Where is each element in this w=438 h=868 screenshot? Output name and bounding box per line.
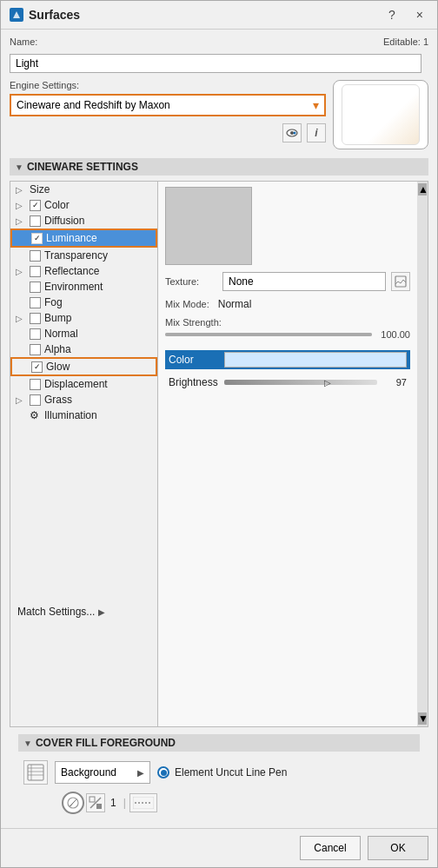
scrollbar-up-btn[interactable]: ▲: [418, 183, 427, 195]
help-button[interactable]: ?: [383, 6, 401, 23]
close-button[interactable]: ×: [411, 6, 428, 23]
cover-fill-collapse-arrow[interactable]: ▼: [23, 739, 32, 748]
tree-label-environment: Environment: [44, 281, 103, 293]
mix-strength-fill: [165, 333, 372, 336]
icon-row: i: [10, 123, 326, 142]
tree-item-color[interactable]: ▷ Color: [10, 197, 157, 213]
background-arrow: ▶: [137, 768, 144, 778]
pen-pattern-btn[interactable]: [129, 793, 157, 812]
tree-label-transparency: Transparency: [44, 249, 108, 262]
tree-arrow-environment: [16, 282, 26, 292]
color-swatch[interactable]: [224, 352, 407, 368]
tree-label-reflectance: Reflectance: [44, 265, 99, 277]
brightness-label: Brightness: [169, 376, 221, 388]
match-settings-arrow: ▶: [98, 607, 105, 617]
tree-arrow-grass: ▷: [16, 395, 26, 405]
tree-arrow-displacement: [16, 380, 26, 389]
name-input[interactable]: [10, 54, 421, 73]
tree-check-color[interactable]: [30, 200, 41, 211]
tree-item-transparency[interactable]: Transparency: [10, 248, 157, 263]
cover-fill-label: COVER FILL FOREGROUND: [36, 737, 176, 749]
match-settings-row: Match Settings... ▶: [16, 602, 152, 621]
tree-check-grass[interactable]: [30, 394, 41, 406]
eye-icon-btn[interactable]: [282, 123, 302, 142]
svg-rect-13: [96, 804, 102, 809]
tree-label-fog: Fog: [44, 296, 63, 308]
element-uncut-label: Element Uncut Line Pen: [175, 766, 287, 779]
tree-check-diffusion[interactable]: [30, 215, 41, 227]
tree-item-grass[interactable]: ▷ Grass: [10, 392, 157, 407]
tree-check-alpha[interactable]: [30, 344, 41, 355]
tree-check-fog[interactable]: [30, 297, 41, 308]
surfaces-window: Surfaces ? × Name: Editable: 1 Engine Se…: [0, 0, 438, 868]
mix-strength-slider[interactable]: [165, 333, 372, 336]
right-scrollbar[interactable]: ▲ ▼: [417, 182, 428, 726]
tree-label-diffusion: Diffusion: [44, 215, 84, 227]
tree-check-transparency[interactable]: [30, 250, 41, 262]
fill-pattern-icon[interactable]: [23, 760, 48, 785]
ok-button[interactable]: OK: [368, 836, 428, 860]
brightness-row: Brightness ▷ 97: [165, 374, 410, 390]
pen-slash-icon[interactable]: [86, 793, 105, 812]
tree-label-size: Size: [30, 183, 50, 195]
bottom-section: ▼ COVER FILL FOREGROUND Background: [10, 731, 428, 821]
tree-label-bump: Bump: [44, 312, 71, 324]
tree-check-luminance[interactable]: [31, 233, 43, 244]
tree-item-displacement[interactable]: Displacement: [10, 376, 157, 392]
tree-item-reflectance[interactable]: ▷ Reflectance: [10, 263, 157, 279]
tree-arrow-color: ▷: [16, 201, 26, 210]
pen-separator: |: [122, 797, 128, 809]
mix-strength-value: 100.00: [375, 329, 410, 340]
tree-check-normal[interactable]: [30, 328, 41, 340]
tree-check-bump[interactable]: [30, 313, 41, 324]
illumination-icon: ⚙: [30, 409, 39, 421]
info-icon: i: [315, 127, 317, 139]
main-panel: ▷ Size ▷ Color ▷ Diffusion: [10, 181, 428, 727]
engine-select[interactable]: Cineware and Redshift by Maxon ▾: [10, 94, 326, 116]
tree-check-displacement[interactable]: [30, 379, 41, 390]
tree-arrow-size: ▷: [16, 185, 26, 195]
tree-check-glow[interactable]: [31, 361, 43, 373]
element-uncut-radio[interactable]: [157, 766, 169, 779]
tree-item-luminance[interactable]: Luminance: [10, 229, 157, 248]
tree-check-reflectance[interactable]: [30, 266, 41, 277]
tree-label-displacement: Displacement: [44, 378, 108, 390]
engine-label: Engine Settings:: [10, 80, 326, 90]
tree-label-color: Color: [44, 199, 70, 211]
name-row: Name: Editable: 1: [10, 36, 428, 47]
match-settings-label[interactable]: Match Settings...: [17, 606, 95, 618]
texture-row: Texture: None: [165, 272, 410, 291]
tree-arrow-fog: [16, 298, 26, 308]
tree-check-environment[interactable]: [30, 282, 41, 293]
section-collapse-arrow[interactable]: ▼: [15, 162, 23, 172]
mix-strength-slider-row: 100.00: [165, 329, 410, 340]
tree-item-bump[interactable]: ▷ Bump: [10, 310, 157, 326]
texture-icon-btn[interactable]: [391, 272, 410, 291]
tree-item-diffusion[interactable]: ▷ Diffusion: [10, 213, 157, 229]
brightness-slider[interactable]: ▷: [224, 380, 377, 385]
tree-item-alpha[interactable]: Alpha: [10, 341, 157, 357]
tree-item-size[interactable]: ▷ Size: [10, 182, 157, 197]
background-select[interactable]: Background ▶: [55, 761, 150, 784]
tree-arrow-luminance: [17, 234, 28, 243]
channel-preview: [165, 187, 252, 265]
color-row[interactable]: Color: [165, 350, 410, 369]
scrollbar-down-btn[interactable]: ▼: [418, 712, 427, 725]
tree-item-illumination[interactable]: ⚙ Illumination: [10, 407, 157, 423]
pen-number: 1: [107, 797, 120, 809]
cancel-button[interactable]: Cancel: [300, 836, 361, 860]
right-panel: Texture: None Mix Mode: Normal Mix Stren…: [158, 182, 417, 726]
pen-controls: 1 |: [62, 792, 157, 814]
tree-arrow-reflectance: ▷: [16, 267, 26, 276]
tree-item-fog[interactable]: Fog: [10, 295, 157, 310]
info-icon-btn[interactable]: i: [307, 123, 326, 142]
tree-arrow-diffusion: ▷: [16, 216, 26, 226]
cineware-settings-label: CINEWARE SETTINGS: [27, 161, 138, 173]
pen-row: 1 |: [18, 788, 420, 818]
mix-mode-row: Mix Mode: Normal: [165, 298, 410, 310]
tree-item-normal[interactable]: Normal: [10, 326, 157, 341]
pen-circle-icon[interactable]: [62, 792, 84, 814]
tree-item-glow[interactable]: Glow: [10, 357, 157, 376]
mix-strength-label: Mix Strength:: [165, 317, 410, 328]
tree-item-environment[interactable]: Environment: [10, 279, 157, 295]
